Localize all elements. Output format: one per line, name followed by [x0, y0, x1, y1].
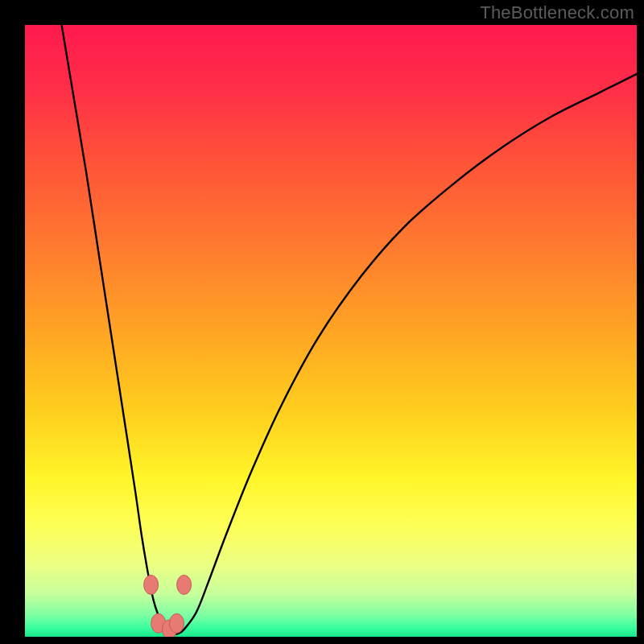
plot-area — [25, 25, 637, 637]
curve-layer — [25, 25, 637, 637]
marker-dot — [170, 613, 184, 633]
marker-dot — [177, 575, 192, 594]
sweet-spot-markers — [144, 575, 192, 637]
marker-dot — [144, 575, 159, 594]
watermark-text: TheBottleneck.com — [480, 2, 634, 23]
bottleneck-curve — [62, 25, 637, 634]
chart-frame: TheBottleneck.com — [0, 0, 644, 644]
